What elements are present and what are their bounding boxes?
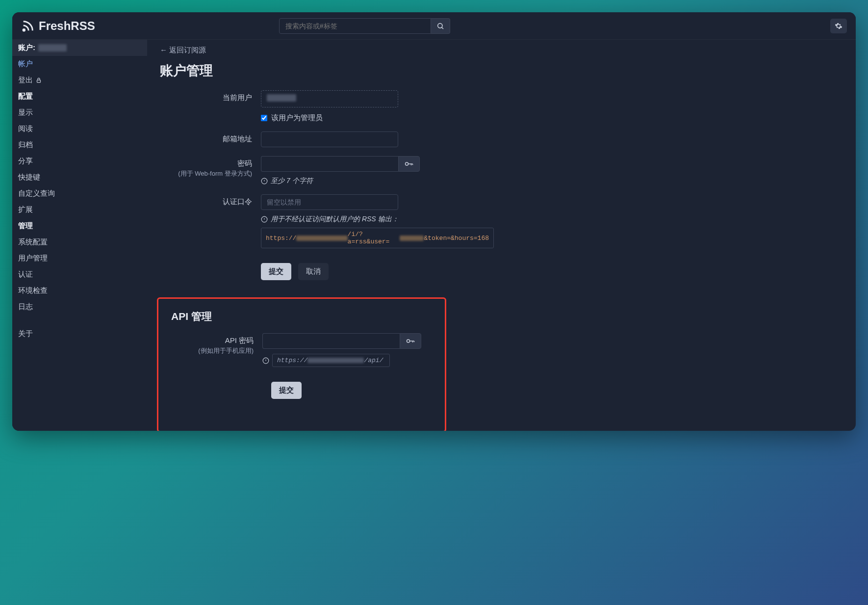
- form-actions: 提交 取消: [261, 263, 843, 280]
- sidebar-item-label: 显示: [18, 108, 33, 117]
- app-logo[interactable]: FreshRSS: [21, 19, 95, 33]
- sidebar-item-11[interactable]: 系统配置: [12, 234, 147, 250]
- token-hint: 用于不经认证访问默认用户的 RSS 输出：: [261, 215, 516, 224]
- app-name: FreshRSS: [39, 19, 95, 33]
- sidebar-item-label: 用户管理: [18, 254, 48, 263]
- label-current-user: 当前用户: [160, 90, 261, 103]
- sidebar-item-14[interactable]: 环境检查: [12, 283, 147, 299]
- email-input[interactable]: [261, 132, 398, 147]
- sidebar-item-15[interactable]: 日志: [12, 299, 147, 315]
- row-current-user: 当前用户 该用户为管理员: [160, 90, 843, 123]
- body: 账户: 帐户登出配置显示阅读归档分享快捷键自定义查询扩展管理系统配置用户管理认证…: [12, 40, 856, 431]
- info-icon: [261, 216, 268, 223]
- sidebar-item-9[interactable]: 扩展: [12, 202, 147, 218]
- svg-point-3: [406, 162, 408, 165]
- rss-icon: [21, 19, 35, 33]
- svg-point-1: [438, 23, 442, 27]
- sidebar-item-7[interactable]: 快捷键: [12, 169, 147, 185]
- sidebar: 账户: 帐户登出配置显示阅读归档分享快捷键自定义查询扩展管理系统配置用户管理认证…: [12, 40, 147, 431]
- label-api-password: API 密码 (例如用于手机应用): [171, 333, 262, 355]
- key-icon: [405, 160, 413, 167]
- label-token: 认证口令: [160, 194, 261, 207]
- settings-button[interactable]: [830, 19, 847, 33]
- token-input[interactable]: [261, 194, 398, 210]
- info-icon: [261, 178, 268, 184]
- topbar: FreshRSS: [12, 12, 856, 40]
- search-wrap: [279, 18, 450, 34]
- api-section: API 管理 API 密码 (例如用于手机应用): [157, 297, 446, 431]
- sidebar-item-label: 关于: [18, 329, 33, 339]
- admin-checkbox-label: 该用户为管理员: [271, 113, 323, 123]
- sidebar-item-label: 环境检查: [18, 286, 48, 295]
- redacted-user: [400, 236, 424, 241]
- info-icon: [262, 357, 269, 364]
- sidebar-item-label: 扩展: [18, 205, 33, 214]
- app-window: FreshRSS 账户: 帐户登出配置显示阅读归档分享快捷键自定义查询扩展管理系…: [12, 12, 856, 431]
- sidebar-item-label: 管理: [18, 221, 33, 231]
- sidebar-item-label: 快捷键: [18, 173, 40, 182]
- api-submit-button[interactable]: 提交: [271, 382, 302, 399]
- label-password: 密码 (用于 Web-form 登录方式): [160, 156, 261, 178]
- svg-rect-2: [37, 80, 41, 82]
- svg-point-0: [23, 29, 25, 31]
- redacted-api-host: [307, 358, 364, 363]
- row-token: 认证口令 用于不经认证访问默认用户的 RSS 输出： https:///i/?a…: [160, 194, 843, 248]
- sidebar-item-label: 日志: [18, 302, 33, 312]
- sidebar-item-8[interactable]: 自定义查询: [12, 185, 147, 202]
- search-button[interactable]: [431, 18, 450, 34]
- admin-checkbox-row: 该用户为管理员: [261, 113, 516, 123]
- api-password-input[interactable]: [262, 333, 400, 349]
- row-email: 邮箱地址: [160, 132, 843, 147]
- api-actions: 提交: [271, 382, 432, 399]
- cancel-button[interactable]: 取消: [298, 263, 329, 280]
- sidebar-item-label: 系统配置: [18, 237, 48, 247]
- row-password: 密码 (用于 Web-form 登录方式): [160, 156, 843, 185]
- current-user-box: [261, 90, 398, 107]
- redacted-username: [38, 44, 67, 52]
- sidebar-item-2: 配置: [12, 88, 147, 105]
- label-email: 邮箱地址: [160, 132, 261, 144]
- api-password-toggle-button[interactable]: [400, 333, 421, 349]
- main-content: ← 返回订阅源 账户管理 当前用户 该用户为管理员 邮箱地址: [147, 40, 856, 431]
- sidebar-item-label: 自定义查询: [18, 189, 55, 198]
- row-api-password: API 密码 (例如用于手机应用): [171, 333, 432, 367]
- password-hint: 至少 7 个字符: [261, 177, 516, 185]
- sidebar-item-label: 认证: [18, 270, 33, 279]
- sidebar-item-label: 登出: [18, 76, 33, 85]
- sidebar-item-6[interactable]: 分享: [12, 153, 147, 169]
- password-toggle-button[interactable]: [398, 156, 420, 172]
- page-title: 账户管理: [160, 62, 843, 79]
- key-icon: [406, 338, 415, 344]
- sidebar-item-12[interactable]: 用户管理: [12, 250, 147, 266]
- sidebar-item-label: 帐户: [18, 59, 33, 69]
- search-input[interactable]: [279, 18, 431, 34]
- gear-icon: [835, 22, 842, 30]
- submit-button[interactable]: 提交: [261, 263, 291, 280]
- search-icon: [436, 22, 444, 30]
- lock-icon: [36, 77, 42, 83]
- redacted-current-user: [267, 94, 296, 102]
- api-url-box[interactable]: https:///api/: [272, 354, 390, 367]
- sidebar-item-label: 阅读: [18, 124, 33, 133]
- sidebar-about[interactable]: 关于: [12, 326, 147, 342]
- api-section-title: API 管理: [171, 310, 432, 323]
- sidebar-item-13[interactable]: 认证: [12, 266, 147, 283]
- sidebar-account-label: 账户:: [18, 43, 35, 53]
- sidebar-account-header: 账户:: [12, 40, 147, 56]
- sidebar-item-label: 分享: [18, 157, 33, 166]
- sidebar-item-0[interactable]: 帐户: [12, 56, 147, 72]
- password-input[interactable]: [261, 156, 398, 172]
- sidebar-item-4[interactable]: 阅读: [12, 121, 147, 137]
- back-link[interactable]: ← 返回订阅源: [160, 46, 206, 55]
- sidebar-item-5[interactable]: 归档: [12, 137, 147, 153]
- svg-point-6: [407, 340, 410, 342]
- api-url-row: https:///api/: [262, 354, 432, 367]
- sidebar-item-10: 管理: [12, 218, 147, 234]
- redacted-host: [296, 236, 347, 241]
- sidebar-item-3[interactable]: 显示: [12, 105, 147, 121]
- sidebar-item-label: 归档: [18, 140, 33, 150]
- admin-checkbox[interactable]: [261, 115, 267, 121]
- sidebar-item-label: 配置: [18, 92, 33, 101]
- token-url-box[interactable]: https:///i/?a=rss&user=&token=&hours=168: [261, 228, 494, 248]
- sidebar-item-1[interactable]: 登出: [12, 72, 147, 88]
